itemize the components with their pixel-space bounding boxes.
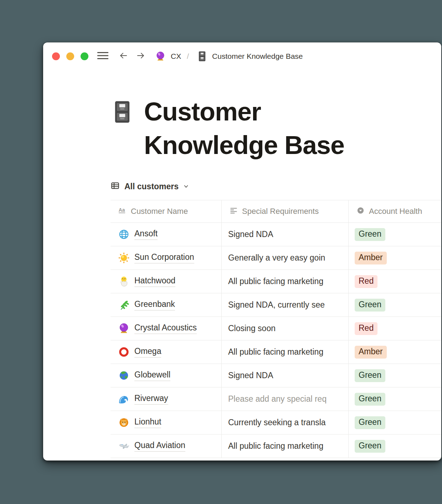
health-badge[interactable]: Amber	[355, 346, 387, 359]
titlebar: CX / Customer Knowledge Base	[43, 42, 441, 70]
health-badge[interactable]: Green	[355, 393, 385, 406]
hatching-chick-icon	[118, 276, 130, 287]
health-badge[interactable]: Red	[355, 322, 377, 335]
customer-name-cell[interactable]: Hatchwood	[110, 270, 222, 293]
special-requirements-text: All public facing marketing	[228, 441, 323, 451]
customer-name-link[interactable]: Ansoft	[134, 229, 158, 240]
special-requirements-cell[interactable]: All public facing marketing	[222, 340, 349, 364]
table-row: HatchwoodAll public facing marketingRed	[110, 270, 441, 293]
customer-name-link[interactable]: Globewell	[134, 370, 170, 381]
back-button[interactable]	[119, 51, 128, 62]
health-badge[interactable]: Green	[355, 299, 385, 312]
customer-name-cell[interactable]: Ansoft	[110, 223, 222, 246]
customer-table: AaCustomer NameSpecial RequirementsAccou…	[110, 200, 441, 458]
health-badge[interactable]: Amber	[355, 252, 387, 264]
special-requirements-cell[interactable]: Closing soon	[222, 317, 349, 340]
table-row: GlobewellSigned NDAGreen	[110, 364, 441, 387]
account-health-cell[interactable]: Amber	[349, 246, 441, 269]
table-header-row: AaCustomer NameSpecial RequirementsAccou…	[110, 200, 441, 223]
special-requirements-cell[interactable]: All public facing marketing	[222, 434, 349, 458]
customer-name-link[interactable]: Hatchwood	[134, 276, 175, 287]
crystal-ball-icon[interactable]	[155, 51, 166, 62]
account-health-cell[interactable]: Amber	[349, 340, 441, 364]
account-health-cell[interactable]: Green	[349, 364, 441, 387]
forward-arrow-icon	[136, 51, 145, 62]
special-requirements-text: Closing soon	[228, 324, 276, 333]
close-window-button[interactable]	[52, 52, 60, 60]
account-health-cell[interactable]: Red	[349, 317, 441, 340]
customer-name-link[interactable]: Lionhut	[134, 417, 161, 428]
health-badge[interactable]: Green	[355, 440, 385, 453]
special-requirements-cell[interactable]: All public facing marketing	[222, 270, 349, 293]
page-title-text[interactable]: Customer Knowledge Base	[144, 95, 372, 162]
health-badge[interactable]: Green	[355, 369, 385, 382]
customer-name-cell[interactable]: Crystal Acoustics	[110, 317, 222, 340]
table-row: Sun CorporationGenerally a very easy goi…	[110, 246, 441, 270]
herb-icon	[118, 299, 130, 311]
health-badge[interactable]: Green	[355, 416, 385, 429]
customer-name-link[interactable]: Sun Corporation	[134, 252, 194, 263]
back-arrow-icon	[119, 51, 128, 62]
special-requirements-text: Currently seeking a transla	[228, 418, 326, 427]
account-health-cell[interactable]: Green	[349, 387, 441, 411]
table-row: GreenbankSigned NDA, currently seeGreen	[110, 293, 441, 317]
customer-name-cell[interactable]: Quad Aviation	[110, 434, 222, 458]
customer-name-link[interactable]: Omega	[134, 346, 161, 358]
column-header-customer-name[interactable]: AaCustomer Name	[110, 200, 222, 222]
special-requirements-text: Generally a very easy goin	[228, 253, 325, 263]
special-requirements-text: Signed NDA	[228, 371, 273, 380]
text-lines-icon	[229, 206, 238, 217]
zoom-window-button[interactable]	[81, 52, 88, 60]
customer-name-link[interactable]: Greenbank	[134, 299, 175, 310]
page-title: Customer Knowledge Base	[110, 95, 441, 162]
special-requirements-text: Please add any special req	[228, 394, 327, 404]
sun-icon	[118, 252, 130, 264]
account-health-cell[interactable]: Green	[349, 434, 441, 458]
breadcrumb-page-title[interactable]: Customer Knowledge Base	[212, 52, 303, 61]
customer-name-cell[interactable]: Sun Corporation	[110, 246, 222, 269]
breadcrumb-workspace[interactable]: CX	[171, 52, 181, 61]
customer-name-cell[interactable]: Greenbank	[110, 293, 222, 317]
breadcrumb-separator: /	[187, 52, 189, 61]
earth-globe-icon	[118, 370, 130, 381]
svg-text:Aa: Aa	[119, 207, 125, 213]
health-badge[interactable]: Green	[355, 228, 385, 241]
account-health-cell[interactable]: Green	[349, 223, 441, 246]
customer-name-link[interactable]: Riverway	[134, 394, 168, 405]
view-name[interactable]: All customers	[124, 182, 179, 191]
special-requirements-text: Signed NDA	[228, 230, 273, 239]
table-row: AnsoftSigned NDAGreen	[110, 223, 441, 246]
minimize-window-button[interactable]	[66, 52, 74, 60]
customer-name-cell[interactable]: Lionhut	[110, 411, 222, 434]
breadcrumb: CX / Customer Knowledge Base	[145, 51, 303, 62]
customer-name-cell[interactable]: Riverway	[110, 387, 222, 411]
customer-name-cell[interactable]: Globewell	[110, 364, 222, 387]
file-cabinet-icon	[197, 51, 207, 62]
health-badge[interactable]: Red	[355, 275, 377, 288]
small-airplane-icon	[118, 440, 130, 452]
view-switcher[interactable]: All customers	[110, 181, 441, 192]
special-requirements-cell[interactable]: Signed NDA, currently see	[222, 293, 349, 317]
special-requirements-cell[interactable]: Signed NDA	[222, 364, 349, 387]
file-cabinet-icon[interactable]	[110, 95, 134, 127]
table-row: LionhutCurrently seeking a translaGreen	[110, 411, 441, 434]
account-health-cell[interactable]: Green	[349, 293, 441, 317]
special-requirements-text: All public facing marketing	[228, 347, 323, 357]
special-requirements-cell[interactable]: Currently seeking a transla	[222, 411, 349, 434]
account-health-cell[interactable]: Red	[349, 270, 441, 293]
customer-name-link[interactable]: Quad Aviation	[134, 441, 185, 452]
customer-name-cell[interactable]: Omega	[110, 340, 222, 364]
lion-icon	[118, 417, 130, 428]
customer-name-link[interactable]: Crystal Acoustics	[134, 323, 197, 334]
special-requirements-cell[interactable]: Generally a very easy goin	[222, 246, 349, 269]
sidebar-toggle-button[interactable]	[97, 52, 109, 61]
table-row: OmegaAll public facing marketingAmber	[110, 340, 441, 364]
account-health-cell[interactable]: Green	[349, 411, 441, 434]
globe-icon	[118, 228, 130, 240]
special-requirements-cell[interactable]: Please add any special req	[222, 387, 349, 411]
table-row: Crystal AcousticsClosing soonRed	[110, 317, 441, 340]
special-requirements-cell[interactable]: Signed NDA	[222, 223, 349, 246]
forward-button[interactable]	[136, 51, 145, 62]
column-header-account-health[interactable]: Account Health	[349, 200, 441, 222]
column-header-special-requirements[interactable]: Special Requirements	[222, 200, 349, 222]
